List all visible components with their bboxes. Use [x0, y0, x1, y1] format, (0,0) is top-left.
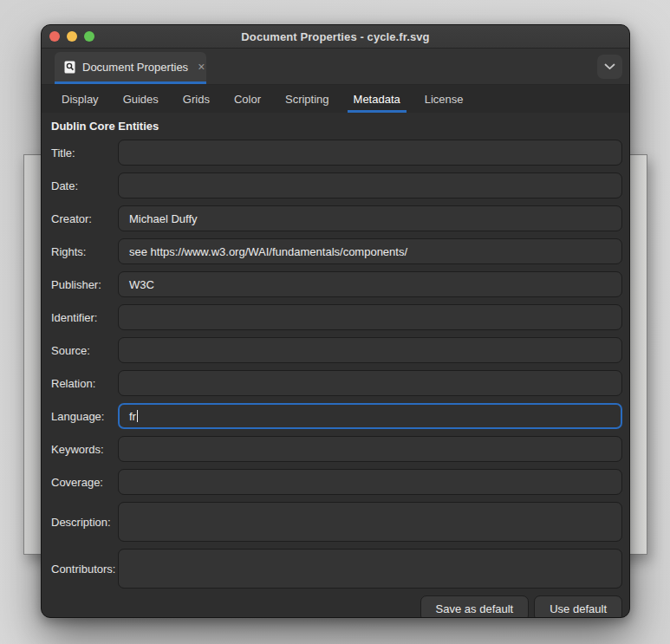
text-caret: [137, 410, 138, 422]
tab-display[interactable]: Display: [49, 85, 111, 113]
date-field[interactable]: [118, 172, 622, 198]
creator-label: Creator:: [51, 212, 118, 225]
language-field[interactable]: fr: [118, 403, 622, 429]
active-tab-underline: [55, 81, 206, 84]
use-default-button[interactable]: Use default: [534, 595, 622, 618]
tab-metadata[interactable]: Metadata: [342, 85, 413, 113]
section-header: Dublin Core Entities: [51, 120, 622, 133]
language-label: Language:: [51, 410, 118, 423]
contributors-field[interactable]: [118, 549, 622, 589]
tab-color[interactable]: Color: [222, 85, 273, 113]
form-row: Date:: [51, 172, 622, 198]
date-label: Date:: [51, 179, 118, 192]
form-row: Coverage:: [51, 469, 622, 495]
document-properties-dialog: Document Properties - cycle.fr.svg Docum…: [41, 24, 630, 618]
dialog-actions: Save as default Use default: [51, 595, 622, 618]
dock-tab-strip: Document Properties ×: [42, 49, 629, 85]
form-row: Contributors:: [51, 549, 622, 589]
form-row: Rights: see https://www.w3.org/WAI/funda…: [51, 238, 622, 264]
metadata-panel: Dublin Core Entities Title: Date: Creato…: [42, 113, 629, 618]
keywords-label: Keywords:: [51, 443, 118, 456]
tab-overflow-button[interactable]: [597, 55, 622, 79]
description-label: Description:: [51, 516, 118, 529]
form-row: Identifier:: [51, 304, 622, 330]
dock-tab-label: Document Properties: [82, 61, 188, 74]
publisher-label: Publisher:: [51, 278, 118, 291]
title-label: Title:: [51, 146, 118, 159]
title-field[interactable]: [118, 140, 622, 166]
form-row: Language: fr: [51, 403, 622, 429]
description-field[interactable]: [118, 502, 622, 542]
traffic-lights: [49, 25, 94, 48]
dock-tab-document-properties[interactable]: Document Properties ×: [55, 52, 206, 84]
language-value: fr: [129, 410, 136, 423]
identifier-field[interactable]: [118, 304, 622, 330]
form-row: Keywords:: [51, 436, 622, 462]
form-row: Title:: [51, 140, 622, 166]
save-as-default-button[interactable]: Save as default: [420, 595, 530, 618]
form-row: Description:: [51, 502, 622, 542]
relation-field[interactable]: [118, 370, 622, 396]
minimize-button[interactable]: [67, 31, 77, 42]
titlebar[interactable]: Document Properties - cycle.fr.svg: [42, 25, 629, 49]
coverage-field[interactable]: [118, 469, 622, 495]
zoom-button[interactable]: [84, 31, 94, 42]
chevron-down-icon: [604, 63, 615, 70]
form-row: Source:: [51, 337, 622, 363]
properties-tab-bar: Display Guides Grids Color Scripting Met…: [42, 85, 629, 113]
document-properties-icon: [63, 61, 76, 74]
close-tab-icon[interactable]: ×: [198, 61, 205, 73]
rights-field[interactable]: see https://www.w3.org/WAI/fundamentals/…: [118, 238, 622, 264]
creator-field[interactable]: Michael Duffy: [118, 205, 622, 231]
publisher-field[interactable]: W3C: [118, 271, 622, 297]
tab-guides[interactable]: Guides: [111, 85, 171, 113]
rights-label: Rights:: [51, 245, 118, 258]
relation-label: Relation:: [51, 377, 118, 390]
window-title: Document Properties - cycle.fr.svg: [241, 30, 429, 43]
coverage-label: Coverage:: [51, 476, 118, 489]
form-row: Publisher: W3C: [51, 271, 622, 297]
contributors-label: Contributors:: [51, 563, 118, 576]
identifier-label: Identifier:: [51, 311, 118, 324]
tab-license[interactable]: License: [413, 85, 476, 113]
keywords-field[interactable]: [118, 436, 622, 462]
tab-scripting[interactable]: Scripting: [273, 85, 342, 113]
tab-grids[interactable]: Grids: [171, 85, 222, 113]
source-field[interactable]: [118, 337, 622, 363]
source-label: Source:: [51, 344, 118, 357]
form-row: Creator: Michael Duffy: [51, 205, 622, 231]
form-row: Relation:: [51, 370, 622, 396]
close-button[interactable]: [49, 31, 60, 42]
